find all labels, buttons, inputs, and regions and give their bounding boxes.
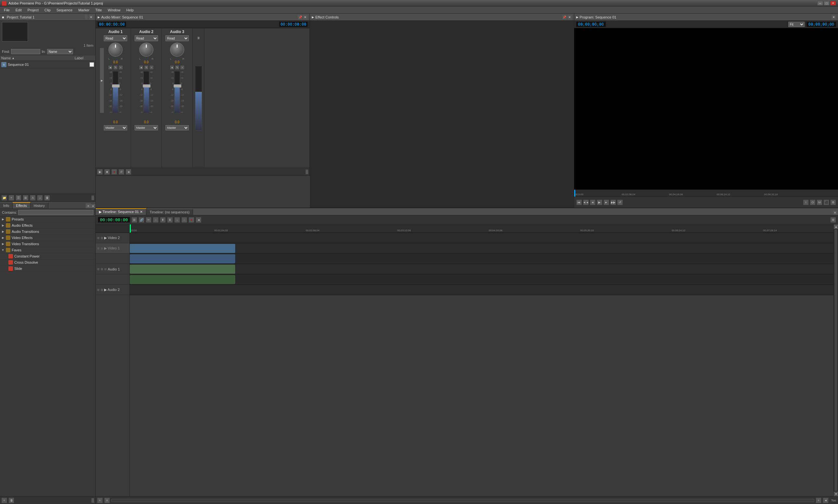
tl-add-track-btn[interactable]: + bbox=[97, 498, 103, 503]
mixer-close[interactable]: ✕ bbox=[303, 15, 307, 19]
category-audio-transitions[interactable]: ▶ Audio Transitions bbox=[0, 229, 95, 235]
category-video-effects[interactable]: ▶ Video Effects bbox=[0, 235, 95, 241]
tl-a1-lock[interactable] bbox=[101, 268, 103, 270]
ch3-fader-handle[interactable] bbox=[174, 84, 181, 88]
in-select[interactable]: Name bbox=[47, 49, 73, 54]
master-fader-track[interactable] bbox=[195, 66, 202, 131]
tl-audio-gain-btn[interactable]: A bbox=[104, 498, 110, 503]
clip-audio1[interactable] bbox=[130, 265, 235, 274]
ch3-output-select[interactable]: Master bbox=[165, 125, 189, 130]
tl-razor-btn[interactable]: ✂ bbox=[146, 217, 151, 223]
prog-fit-select[interactable]: Fit bbox=[788, 22, 805, 27]
tl-slip-btn[interactable]: ↔ bbox=[153, 217, 159, 223]
ch3-fader-track[interactable] bbox=[174, 71, 180, 113]
tl-v1-lock[interactable] bbox=[101, 247, 103, 250]
close-button[interactable]: ✕ bbox=[830, 1, 836, 5]
tl-insert-btn[interactable]: → bbox=[181, 217, 187, 223]
menu-clip[interactable]: Clip bbox=[42, 7, 53, 13]
prog-out-btn[interactable]: O bbox=[810, 199, 816, 205]
tl-previous-btn[interactable]: ◄ bbox=[823, 498, 828, 503]
clip-video1b[interactable] bbox=[130, 254, 235, 263]
effect-constant-power[interactable]: Constant Power bbox=[0, 253, 95, 259]
tab-info[interactable]: Info bbox=[0, 202, 13, 209]
category-faves[interactable]: ▼ Faves bbox=[0, 247, 95, 253]
tl-zoom-in-btn[interactable]: + bbox=[816, 498, 821, 503]
ch3-mode-select[interactable]: Read bbox=[165, 35, 189, 41]
effect-cross-dissolve[interactable]: Cross Dissolve bbox=[0, 259, 95, 266]
automate-btn[interactable]: A bbox=[30, 195, 36, 201]
mixer-loop-btn[interactable]: ↺ bbox=[119, 169, 124, 175]
ch1-input-btn[interactable]: + bbox=[119, 65, 123, 70]
tl-settings-btn[interactable]: ⚙ bbox=[830, 217, 836, 223]
prog-fwd-btn[interactable]: ▶▶ bbox=[610, 199, 616, 205]
tl-record-btn[interactable]: ● bbox=[189, 217, 194, 223]
ch3-mute-btn[interactable]: ◄ bbox=[170, 65, 174, 70]
menu-window[interactable]: Window bbox=[105, 7, 123, 13]
effect-slide[interactable]: Slide bbox=[0, 266, 95, 272]
new-custom-bin-btn[interactable]: + bbox=[1, 498, 7, 503]
effects-panel-menu[interactable]: ≡ bbox=[86, 203, 91, 209]
search-btn[interactable]: ⌕ bbox=[37, 195, 43, 201]
ch2-mode-select[interactable]: Read bbox=[135, 35, 158, 41]
ch1-output-select[interactable]: Master bbox=[104, 125, 127, 130]
ch2-fader-handle[interactable] bbox=[143, 84, 150, 88]
tl-link-btn[interactable]: 🔗 bbox=[139, 217, 144, 223]
prog-play-btn[interactable]: ▶ bbox=[596, 199, 603, 205]
ch3-input-btn[interactable]: + bbox=[180, 65, 184, 70]
ch3-knob[interactable] bbox=[170, 42, 184, 57]
ch1-knob[interactable] bbox=[108, 42, 123, 57]
find-input[interactable] bbox=[11, 49, 40, 54]
tl-v2-lock[interactable] bbox=[101, 237, 103, 239]
ch2-knob[interactable] bbox=[139, 42, 154, 57]
tl-snap-btn[interactable]: ⊞ bbox=[131, 217, 137, 223]
tl-a1-mute[interactable] bbox=[104, 268, 107, 270]
tl-timecode[interactable]: 00:00:00:00 bbox=[97, 217, 130, 223]
tl-extract-btn[interactable]: ⬇ bbox=[167, 217, 173, 223]
tl-a2-toggle[interactable] bbox=[97, 289, 100, 291]
mixer-expand-btn[interactable]: ▶ bbox=[100, 48, 104, 113]
icon-view-btn[interactable]: ⊞ bbox=[23, 195, 29, 201]
tl-a1-toggle[interactable] bbox=[97, 268, 100, 270]
tl-v1-toggle[interactable] bbox=[97, 247, 100, 250]
ch2-solo-btn[interactable]: ✎ bbox=[144, 65, 148, 70]
project-panel-close[interactable]: ✕ bbox=[89, 15, 93, 19]
ch1-fader-handle[interactable] bbox=[112, 84, 120, 88]
tl-a2-lock[interactable] bbox=[101, 289, 103, 291]
menu-sequence[interactable]: Sequence bbox=[54, 7, 75, 13]
timeline-tab-seq01[interactable]: ▶ Timeline: Sequence 01 ✕ bbox=[96, 208, 146, 215]
ch2-output-select[interactable]: Master bbox=[135, 125, 158, 130]
tl-zoom-slider[interactable] bbox=[111, 499, 814, 502]
menu-help[interactable]: Help bbox=[124, 7, 136, 13]
prog-loop-btn[interactable]: ↺ bbox=[617, 199, 623, 205]
ch3-solo-btn[interactable]: ✎ bbox=[175, 65, 179, 70]
delete-btn[interactable]: 🗑 bbox=[44, 195, 50, 201]
mixer-play-btn[interactable]: ▶ bbox=[97, 169, 103, 175]
effects-panel-close[interactable]: ✕ bbox=[91, 204, 95, 209]
category-presets[interactable]: ▶ Presets bbox=[0, 216, 95, 222]
resize-grip2[interactable] bbox=[91, 498, 94, 503]
mixer-record-btn[interactable]: ● bbox=[111, 169, 117, 175]
ec-close[interactable]: ✕ bbox=[567, 15, 572, 19]
scroll-thumb[interactable] bbox=[834, 230, 837, 491]
mixer-back-btn[interactable]: ◄ bbox=[126, 169, 131, 175]
new-item-btn[interactable]: + bbox=[8, 195, 14, 201]
menu-file[interactable]: File bbox=[1, 7, 12, 13]
tab-history[interactable]: History bbox=[31, 202, 48, 209]
prog-settings-btn[interactable]: ⚙ bbox=[830, 199, 836, 205]
effects-search-input[interactable] bbox=[18, 210, 93, 215]
mixer-resize-grip[interactable] bbox=[306, 169, 308, 174]
prog-step-fwd-btn[interactable]: ► bbox=[603, 199, 609, 205]
panel-grip[interactable] bbox=[85, 15, 88, 19]
menu-project[interactable]: Project bbox=[25, 7, 41, 13]
prog-back-btn[interactable]: ◄◄ bbox=[583, 199, 589, 205]
clip-audio1b[interactable] bbox=[130, 275, 235, 284]
delete-effect-btn[interactable]: 🗑 bbox=[8, 498, 14, 503]
maximize-button[interactable]: □ bbox=[824, 1, 830, 5]
timeline-tab-noseq[interactable]: Timeline: (no sequences) bbox=[146, 209, 193, 215]
ch2-mute-btn[interactable]: ◄ bbox=[139, 65, 143, 70]
ch1-mute-btn[interactable]: ◄ bbox=[108, 65, 112, 70]
tl-v2-toggle[interactable] bbox=[97, 237, 100, 239]
clip-video1[interactable] bbox=[130, 244, 235, 253]
category-audio-effects[interactable]: ▶ Audio Effects bbox=[0, 222, 95, 229]
category-video-transitions[interactable]: ▶ Video Transitions bbox=[0, 241, 95, 247]
